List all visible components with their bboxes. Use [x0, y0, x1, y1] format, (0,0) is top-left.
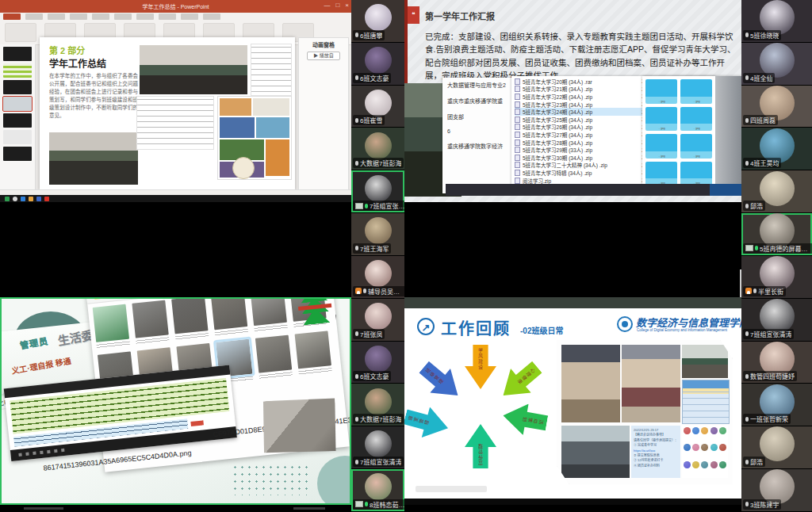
- diagram-arrow: 宣传管理: [465, 424, 496, 468]
- watermark-text: [416, 486, 487, 492]
- slide-thumbnail[interactable]: [3, 63, 32, 78]
- image-thumbnail[interactable]: [132, 300, 169, 345]
- review-slide: ↗ 工作回顾 -02班级日常 数字经济与信息管理学院 College of Di…: [404, 308, 741, 499]
- participant-tile[interactable]: 6班唐攀: [351, 0, 404, 42]
- avatar: [684, 444, 691, 451]
- avatar: [365, 346, 392, 373]
- image-thumbnail[interactable]: [295, 331, 332, 375]
- mic-icon: [355, 246, 358, 250]
- slide-thumbnail[interactable]: [3, 47, 32, 61]
- slide-thumbnail[interactable]: [3, 130, 32, 144]
- participant-tile[interactable]: 大数据7班彭海: [351, 384, 404, 426]
- participant-name-label: 7班组宣张清涛: [353, 457, 404, 467]
- avatar: [365, 430, 392, 457]
- taskbar-app-icon[interactable]: [21, 197, 25, 201]
- taskbar-app-icon[interactable]: [5, 197, 10, 201]
- christmas-tree-graphic: [300, 297, 331, 326]
- participant-tile[interactable]: 4班王昊均: [741, 128, 812, 170]
- participant-tile[interactable]: 3班陈建宇: [741, 469, 812, 511]
- animation-pane[interactable]: 动画窗格 ▶ 播放自: [298, 37, 349, 191]
- arrow-label: 学风建设: [477, 348, 485, 370]
- zip-file-icon: [515, 78, 520, 85]
- participant-tile[interactable]: 四班周磊: [741, 86, 812, 128]
- arrow-label: 寝室管理: [408, 414, 431, 426]
- slide-body-text: 在本学年的工作中，参与组织了各委会公开展，配合班委书记和组织上交问题经验，在团会…: [49, 72, 138, 120]
- taskbar-app-icon[interactable]: [36, 197, 41, 201]
- image-thumbnail[interactable]: [251, 297, 288, 332]
- participant-tile[interactable]: 7班张凤: [351, 299, 404, 341]
- dorm-photo: [561, 345, 620, 422]
- participant-name-label: 4班全仙: [743, 73, 775, 83]
- slide-thumbnail-panel[interactable]: [0, 44, 36, 191]
- ribbon-tabs[interactable]: [3, 13, 220, 20]
- participant-name-label: 5班徐晓晓: [743, 30, 781, 40]
- slide-photo-collage: [217, 96, 292, 180]
- participant-tile[interactable]: 一班张哲新荣: [741, 384, 812, 426]
- participant-tile[interactable]: 数管四班苟婕妤: [741, 342, 812, 384]
- file-name: 5班青年大学习23期 (34人) .zip: [523, 101, 642, 109]
- shared-screen-review[interactable]: ↗ 工作回顾 -02班级日常 数字经济与信息管理学院 College of Di…: [404, 297, 741, 505]
- participant-tile[interactable]: 6班崔雪: [351, 86, 404, 128]
- image-thumbnail[interactable]: [255, 335, 293, 380]
- membership-card-thumb: ﹒jpg: [645, 162, 677, 186]
- participant-name-label: 一班张哲新荣: [743, 414, 791, 424]
- close-icon[interactable]: ×: [345, 2, 349, 10]
- image-thumbnail[interactable]: [171, 297, 209, 340]
- participant-tile[interactable]: 5班冉德的屏幕共享: [741, 213, 812, 255]
- avatar: [365, 217, 392, 244]
- slide-thumbnail[interactable]: [3, 97, 32, 111]
- shared-screen-explorer[interactable]: 正在讲话：[韩恋茹] 管理员 生活委员 韩恋茹 义工·理自报 移通 此电脑 › …: [0, 297, 351, 505]
- slide-thumbnail[interactable]: [3, 113, 32, 128]
- slide-photo-classroom-center: [140, 45, 247, 94]
- group-photo: [561, 426, 630, 478]
- participant-tile[interactable]: 5班徐晓晓: [741, 0, 812, 42]
- shared-screen-report[interactable]: ❝ 第一学年工作汇报 已完成：支部建设、团组织关系转接、录入专题教育实践主题团日…: [404, 0, 741, 202]
- mic-icon: [365, 204, 368, 208]
- avatar: [365, 388, 392, 415]
- slide-thumbnail[interactable]: [3, 147, 32, 161]
- windows-taskbar[interactable]: [0, 195, 351, 202]
- participant-tile[interactable]: 7班组宣张清涛的屏幕共享: [351, 170, 404, 212]
- slide-thumbnail[interactable]: [3, 80, 32, 94]
- arrow-label: 班级管理: [424, 366, 446, 386]
- participant-tile[interactable]: 6班文志豪: [351, 43, 404, 85]
- shared-screen-ppt[interactable]: 学年工作总结 - PowerPoint — □ × 第 2 部分 学年工作总结 …: [0, 0, 351, 202]
- participant-tile[interactable]: 大数据7班彭海: [351, 128, 404, 170]
- participant-tile[interactable]: 邱浩: [741, 170, 812, 212]
- minimize-icon[interactable]: —: [324, 2, 330, 10]
- shared-screen-edge: [404, 297, 741, 308]
- host-icon: [355, 288, 362, 294]
- participant-name-label: 3班陈建宇: [743, 499, 781, 510]
- maximize-icon[interactable]: □: [335, 2, 339, 10]
- ppt-titlebar: 学年工作总结 - PowerPoint — □ ×: [0, 0, 351, 13]
- avatar: [365, 4, 392, 31]
- participant-tile[interactable]: 7班王海军: [351, 213, 404, 255]
- participant-tile[interactable]: 7班组宣张清涛: [741, 299, 812, 341]
- membership-card-grid: ﹒jpg﹒jpg﹒jpg﹒jpg﹒jpg﹒jpg﹒jpg﹒jpg: [642, 76, 715, 189]
- participant-tile[interactable]: 6班文志豪: [351, 342, 404, 384]
- participant-tile[interactable]: 半里长街: [741, 256, 812, 298]
- host-icon: [745, 288, 752, 294]
- participant-name-label: 6班崔雪: [353, 115, 385, 125]
- mic-icon: [355, 32, 358, 37]
- image-thumbnail[interactable]: [93, 304, 130, 349]
- taskbar-app-icon[interactable]: [29, 197, 33, 201]
- participant-tile[interactable]: 辅导员吴丽玉: [351, 256, 404, 298]
- participant-tile[interactable]: 4班全仙: [741, 43, 812, 85]
- participant-tile[interactable]: 7班组宣张清涛: [351, 426, 404, 468]
- mic-icon: [355, 75, 358, 80]
- participant-tile[interactable]: 邱浩: [741, 426, 812, 468]
- highlighted-button[interactable]: [93, 297, 116, 300]
- participant-tile[interactable]: 8班韩恋茹的屏幕共享: [351, 469, 404, 511]
- image-thumbnail[interactable]: [211, 297, 248, 336]
- participant-name-label: 大数据7班彭海: [353, 158, 404, 168]
- avatar: [701, 427, 708, 434]
- mic-icon: [355, 460, 358, 464]
- file-name: 5班青年大学习22期 (34人) .zip: [523, 93, 642, 101]
- taskbar-app-icon[interactable]: [13, 197, 17, 201]
- grid-gap: [0, 202, 351, 297]
- taskbar-app-icon[interactable]: [44, 197, 49, 201]
- avatar-grid: [682, 426, 728, 478]
- ppt-status-bar: [0, 189, 351, 195]
- animation-play-button[interactable]: ▶ 播放自: [307, 52, 340, 60]
